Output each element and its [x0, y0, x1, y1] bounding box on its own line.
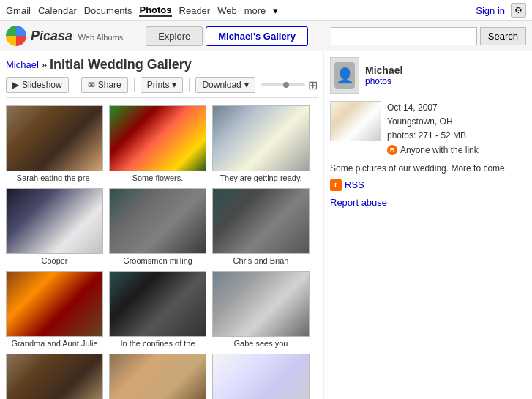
- avatar: 👤: [330, 57, 359, 94]
- grid-view-icon[interactable]: ⊞: [308, 78, 318, 92]
- breadcrumb: Michael » Initial Wedding Gallery: [6, 57, 318, 72]
- list-item: Grandma and Aunt Julie: [6, 271, 103, 348]
- rss-icon: r: [330, 179, 342, 191]
- photo-thumb-1[interactable]: [6, 105, 103, 171]
- photo-thumb-11[interactable]: [109, 354, 206, 399]
- tab-my-gallery[interactable]: Michael's Gallery: [206, 26, 308, 46]
- picasa-logo-text: Picasa Web Albums: [31, 29, 123, 44]
- photo-caption-9: Gabe sees you: [234, 339, 288, 348]
- photo-caption-7: Grandma and Aunt Julie: [11, 339, 97, 348]
- photo-thumb-7[interactable]: [6, 271, 103, 337]
- album-location: Youngstown, OH: [387, 115, 479, 129]
- user-silhouette-icon: 👤: [336, 67, 354, 84]
- photo-caption-1: Sarah eating the pre-: [17, 174, 92, 182]
- picasa-logo-area: Picasa Web Albums: [6, 26, 123, 46]
- size-slider-area: ⊞: [261, 78, 318, 92]
- list-item: Gabe sees you: [212, 271, 310, 348]
- search-area: Search: [331, 27, 526, 45]
- toolbar-divider-1: [75, 78, 75, 92]
- avatar-image: 👤: [334, 62, 355, 89]
- gallery-toolbar: ▶ Slideshow ✉ Share Prints ▾ Download ▾: [6, 77, 318, 98]
- album-thumbnail[interactable]: [330, 101, 381, 141]
- list-item: They are getting ready.: [212, 105, 310, 182]
- nav-photos[interactable]: Photos: [139, 4, 171, 17]
- rss-link[interactable]: RSS: [345, 179, 364, 190]
- nav-links: Gmail Calendar Documents Photos Reader W…: [6, 4, 278, 17]
- main-gallery: Michael » Initial Wedding Gallery ▶ Slid…: [0, 51, 323, 399]
- visibility-label: Anyone with the link: [400, 143, 479, 157]
- slideshow-button[interactable]: ▶ Slideshow: [6, 77, 69, 93]
- toolbar-divider-2: [134, 78, 135, 92]
- download-button[interactable]: Download ▾: [195, 77, 255, 93]
- list-item: Cooper: [6, 188, 103, 265]
- size-slider-track[interactable]: [261, 83, 305, 86]
- toolbar-divider-3: [189, 78, 190, 92]
- list-item: In the confines of the: [109, 271, 206, 348]
- prints-dropdown-icon: ▾: [172, 80, 176, 90]
- prints-label: Prints: [147, 80, 170, 90]
- slideshow-label: Slideshow: [22, 80, 62, 90]
- size-slider-thumb[interactable]: [283, 82, 289, 88]
- nav-reader[interactable]: Reader: [179, 5, 211, 16]
- search-input[interactable]: [331, 27, 477, 45]
- photo-thumb-9[interactable]: [212, 271, 310, 337]
- settings-button[interactable]: ⚙: [511, 3, 526, 18]
- list-item: Sarah eating the pre-: [6, 105, 103, 182]
- signin-link[interactable]: Sign in: [476, 5, 505, 16]
- user-photos-link[interactable]: photos: [365, 76, 402, 86]
- blogger-icon: B: [387, 145, 397, 155]
- picasa-logo-icon: [6, 26, 26, 46]
- photo-grid: Sarah eating the pre- Some flowers. They…: [6, 105, 318, 399]
- photo-thumb-4[interactable]: [6, 188, 103, 254]
- photo-caption-4: Cooper: [41, 256, 67, 265]
- list-item: Groomsmen milling: [109, 188, 206, 265]
- report-abuse-link[interactable]: Report abuse: [330, 197, 387, 208]
- picasa-header: Picasa Web Albums Explore Michael's Gall…: [0, 21, 532, 51]
- content-area: Michael » Initial Wedding Gallery ▶ Slid…: [0, 51, 532, 399]
- breadcrumb-parent[interactable]: Michael: [6, 59, 39, 70]
- album-description: Some pictures of our wedding. More to co…: [330, 163, 526, 174]
- photo-caption-3: They are getting ready.: [220, 174, 301, 182]
- report-abuse-area: Report abuse: [330, 197, 526, 208]
- photo-caption-6: Chris and Brian: [233, 256, 289, 265]
- nav-calendar[interactable]: Calendar: [38, 5, 77, 16]
- right-sidebar: 👤 Michael photos Oct 14, 2007 Youngstown…: [323, 51, 532, 399]
- list-item: Some flowers.: [109, 105, 206, 182]
- nav-gmail[interactable]: Gmail: [6, 5, 31, 16]
- photo-thumb-5[interactable]: [109, 188, 206, 254]
- search-button[interactable]: Search: [480, 27, 526, 45]
- photo-thumb-8[interactable]: [109, 271, 206, 337]
- user-name: Michael: [365, 64, 402, 76]
- nav-web[interactable]: Web: [217, 5, 237, 16]
- picasa-tabs: Explore Michael's Gallery: [146, 26, 308, 46]
- picasa-brand-name: Picasa: [31, 29, 72, 43]
- user-info: 👤 Michael photos: [330, 57, 526, 94]
- prints-button[interactable]: Prints ▾: [141, 77, 184, 93]
- album-preview: Oct 14, 2007 Youngstown, OH photos: 271 …: [330, 101, 526, 157]
- album-visibility: B Anyone with the link: [387, 143, 479, 157]
- download-dropdown-icon: ▾: [244, 80, 249, 90]
- nav-more[interactable]: more: [244, 5, 266, 16]
- photo-caption-5: Groomsmen milling: [123, 256, 192, 265]
- share-icon: ✉: [88, 80, 95, 90]
- list-item: Chris and Brian: [212, 188, 310, 265]
- tab-explore[interactable]: Explore: [146, 26, 203, 46]
- download-label: Download: [202, 80, 241, 90]
- photo-thumb-12[interactable]: [212, 354, 310, 399]
- nav-documents[interactable]: Documents: [84, 5, 132, 16]
- photo-thumb-3[interactable]: [212, 105, 310, 171]
- photo-thumb-10[interactable]: [6, 354, 103, 399]
- breadcrumb-separator: »: [42, 59, 47, 70]
- photo-thumb-6[interactable]: [212, 188, 310, 254]
- photo-caption-8: In the confines of the: [120, 339, 195, 348]
- photo-caption-2: Some flowers.: [132, 174, 184, 182]
- share-button[interactable]: ✉ Share: [81, 77, 128, 93]
- web-albums-label: Web Albums: [78, 33, 124, 42]
- slideshow-icon: ▶: [12, 80, 19, 90]
- list-item: [212, 354, 310, 399]
- album-info: Oct 14, 2007 Youngstown, OH photos: 271 …: [387, 101, 479, 157]
- album-photo-count: photos: 271 - 52 MB: [387, 129, 479, 143]
- user-details: Michael photos: [365, 64, 402, 86]
- rss-link-area: r RSS: [330, 179, 526, 191]
- photo-thumb-2[interactable]: [109, 105, 206, 171]
